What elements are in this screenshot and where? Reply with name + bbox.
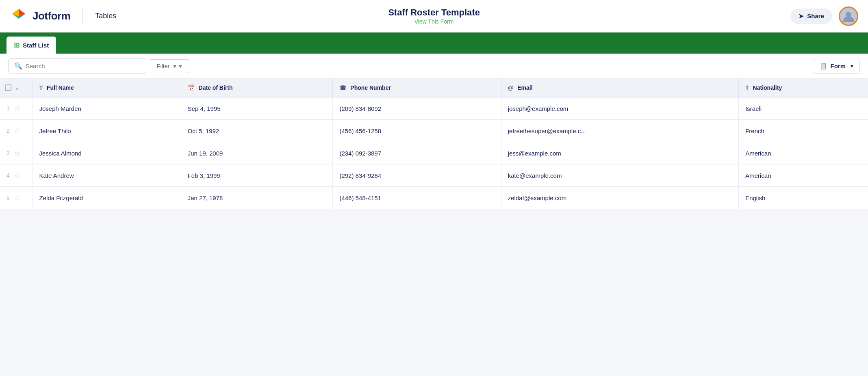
cell-dob: Sep 4, 1995 [181, 97, 333, 120]
avatar-icon [841, 9, 856, 24]
star-icon[interactable]: ☆ [14, 171, 20, 180]
cell-dob: Feb 3, 1999 [181, 164, 333, 187]
text-icon-nationality: T [745, 84, 749, 91]
cell-nationality: Israeli [739, 97, 868, 120]
cell-fullname: Jessica Almond [33, 142, 181, 164]
cell-fullname: Joseph Marden [33, 97, 181, 120]
row-leading-cell: 2 ☆ [0, 120, 33, 142]
row-leading-cell: 5 ☆ [0, 187, 33, 209]
cell-email: joseph@example.com [501, 97, 738, 120]
cell-dob: Oct 5, 1992 [181, 120, 333, 142]
phone-icon: ☎ [339, 84, 346, 91]
row-leading-cell: 4 ☆ [0, 164, 33, 187]
table-row: 2 ☆ Jefree Thilo Oct 5, 1992 (456) 456-1… [0, 120, 868, 142]
column-nationality-label: Nationality [753, 84, 782, 91]
star-icon[interactable]: ☆ [14, 149, 20, 158]
table-container: ⌄ T Full Name 📅 Date of Birth ☎ Phone Nu… [0, 79, 868, 209]
table-header: ⌄ T Full Name 📅 Date of Birth ☎ Phone Nu… [0, 79, 868, 97]
column-select: ⌄ [0, 79, 33, 97]
cell-dob: Jun 19, 2009 [181, 142, 333, 164]
column-fullname-label: Full Name [47, 84, 74, 91]
table-row: 4 ☆ Kate Andrew Feb 3, 1999 (292) 834-92… [0, 164, 868, 187]
column-email-label: Email [517, 84, 532, 91]
cell-phone: (209) 834-8092 [333, 97, 501, 120]
row-number: 1 [7, 105, 10, 112]
cell-email: jefreethesuper@example.c... [501, 120, 738, 142]
grid-icon: ⊞ [14, 41, 20, 50]
cell-dob: Jan 27, 1978 [181, 187, 333, 209]
staff-list-tab[interactable]: ⊞ Staff List [7, 37, 56, 54]
view-form-link[interactable]: View This Form [388, 18, 480, 25]
share-icon: ➤ [799, 13, 804, 20]
cell-nationality: English [739, 187, 868, 209]
form-icon: 📋 [820, 63, 827, 70]
row-number: 2 [7, 127, 10, 134]
jotform-logo-icon [10, 7, 28, 25]
row-number: 3 [7, 150, 10, 156]
tab-bar: ⊞ Staff List [0, 32, 868, 54]
row-leading-cell: 1 ☆ [0, 97, 33, 120]
cell-nationality: American [739, 142, 868, 164]
form-button[interactable]: 📋 Form ▾ [813, 59, 860, 73]
filter-button[interactable]: Filter ▼▼ [150, 59, 190, 73]
cell-phone: (292) 834-9284 [333, 164, 501, 187]
text-icon-fullname: T [39, 84, 43, 91]
column-fullname: T Full Name [33, 79, 181, 97]
header-chevron-icon[interactable]: ⌄ [15, 85, 19, 91]
staff-table: ⌄ T Full Name 📅 Date of Birth ☎ Phone Nu… [0, 79, 868, 209]
toolbar-right: 📋 Form ▾ [813, 59, 860, 73]
logo-area: Jotform Tables [10, 7, 116, 25]
share-button[interactable]: ➤ Share [790, 9, 832, 24]
header-checkbox[interactable] [5, 84, 11, 91]
table-row: 3 ☆ Jessica Almond Jun 19, 2009 (234) 09… [0, 142, 868, 164]
cell-phone: (456) 456-1258 [333, 120, 501, 142]
toolbar: 🔍 Filter ▼▼ 📋 Form ▾ [0, 54, 868, 79]
column-email: @ Email [501, 79, 738, 97]
table-body: 1 ☆ Joseph Marden Sep 4, 1995 (209) 834-… [0, 97, 868, 209]
form-label: Form [831, 63, 846, 69]
cell-email: kate@example.com [501, 164, 738, 187]
row-number: 5 [7, 194, 10, 201]
column-nationality: T Nationality [739, 79, 868, 97]
table-row: 5 ☆ Zelda Fitzgerald Jan 27, 1978 (446) … [0, 187, 868, 209]
cell-nationality: French [739, 120, 868, 142]
star-icon[interactable]: ☆ [14, 193, 20, 202]
star-icon[interactable]: ☆ [14, 104, 20, 113]
search-box: 🔍 [8, 58, 146, 73]
at-icon: @ [508, 84, 514, 91]
column-phone-label: Phone Number [350, 84, 391, 91]
table-row: 1 ☆ Joseph Marden Sep 4, 1995 (209) 834-… [0, 97, 868, 120]
logo-text: Jotform [33, 10, 70, 22]
cell-fullname: Kate Andrew [33, 164, 181, 187]
filter-icon: ▼▼ [172, 63, 183, 69]
cell-fullname: Jefree Thilo [33, 120, 181, 142]
column-phone: ☎ Phone Number [333, 79, 501, 97]
column-dob: 📅 Date of Birth [181, 79, 333, 97]
page-title: Staff Roster Template [388, 7, 480, 18]
search-icon: 🔍 [14, 62, 22, 70]
cell-email: jess@example.com [501, 142, 738, 164]
filter-label: Filter [157, 63, 169, 69]
cell-email: zeldaf@example.com [501, 187, 738, 209]
share-label: Share [807, 13, 824, 19]
avatar[interactable] [839, 6, 858, 26]
row-leading-cell: 3 ☆ [0, 142, 33, 164]
header: Jotform Tables Staff Roster Template Vie… [0, 0, 868, 32]
header-actions: ➤ Share [790, 6, 858, 26]
search-input[interactable] [26, 63, 140, 69]
cell-nationality: American [739, 164, 868, 187]
cell-fullname: Zelda Fitzgerald [33, 187, 181, 209]
column-dob-label: Date of Birth [199, 84, 233, 91]
tab-label: Staff List [23, 42, 49, 49]
cell-phone: (234) 092-3897 [333, 142, 501, 164]
cell-phone: (446) 548-4151 [333, 187, 501, 209]
star-icon[interactable]: ☆ [14, 126, 20, 135]
header-center: Staff Roster Template View This Form [388, 7, 480, 24]
row-number: 4 [7, 172, 10, 179]
chevron-down-icon: ▾ [851, 63, 853, 69]
calendar-icon: 📅 [188, 84, 195, 91]
tables-label: Tables [95, 12, 116, 20]
header-divider [82, 9, 83, 24]
